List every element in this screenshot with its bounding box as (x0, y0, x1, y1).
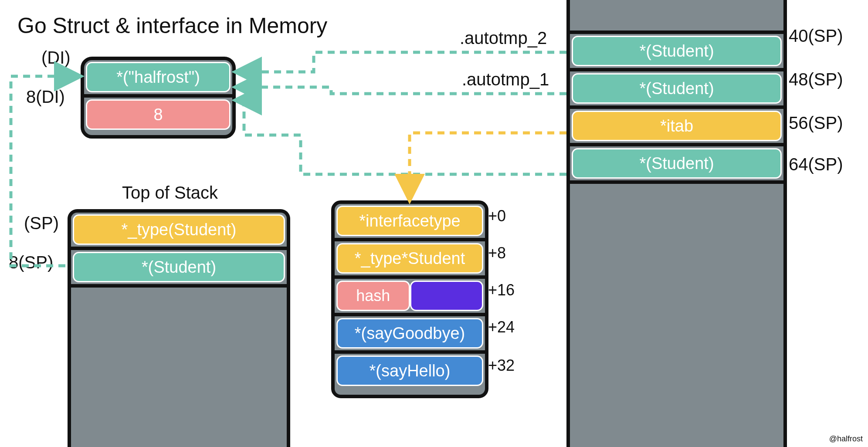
itab-off-0: +0 (488, 207, 506, 225)
r-cell-3: *(Student) (572, 148, 782, 179)
r-off-1: 48(SP) (789, 70, 843, 89)
di-cell-0: *("halfrost") (86, 62, 231, 92)
autotmp1: .autotmp_1 (462, 70, 549, 89)
itab-off-3: +24 (488, 318, 515, 336)
di-label-1: 8(DI) (26, 87, 65, 107)
credit: @halfrost (829, 434, 863, 444)
itab-cell-1: *_type*Student (336, 243, 483, 274)
di-label-0: (DI) (41, 48, 71, 68)
r-cell-1: *(Student) (572, 73, 782, 104)
itab-cell-2-right (410, 281, 484, 311)
itab-cell-2-left: hash (336, 281, 410, 311)
itab-box: *interfacetype *_type*Student hash *(say… (331, 200, 488, 398)
r-off-3: 64(SP) (789, 155, 843, 174)
r-off-2: 56(SP) (789, 113, 843, 133)
stack-top-title: Top of Stack (122, 183, 218, 203)
stack-top-cell-1: *(Student) (73, 252, 285, 282)
r-cell-2: *itab (572, 111, 782, 141)
right-stack: *(Student) *(Student) *itab *(Student) (566, 0, 787, 447)
sp-label-0: (SP) (24, 213, 59, 233)
sp-label-1: 8(SP) (9, 253, 53, 272)
itab-cell-3: *(sayGoodbye) (336, 318, 483, 349)
itab-cell-4: *(sayHello) (336, 356, 483, 386)
diagram-title: Go Struct & interface in Memory (17, 13, 327, 38)
r-cell-0: *(Student) (572, 36, 782, 66)
stack-top-box: *_type(Student) *(Student) (68, 209, 290, 447)
stack-top-cell-0: *_type(Student) (73, 214, 285, 245)
di-box: *("halfrost") 8 (81, 57, 236, 139)
itab-off-2: +16 (488, 281, 515, 299)
itab-cell-0: *interfacetype (336, 206, 483, 236)
itab-off-1: +8 (488, 244, 506, 262)
di-cell-1: 8 (86, 99, 231, 130)
autotmp2: .autotmp_2 (460, 28, 547, 48)
r-off-0: 40(SP) (789, 26, 843, 46)
itab-off-4: +32 (488, 356, 515, 375)
